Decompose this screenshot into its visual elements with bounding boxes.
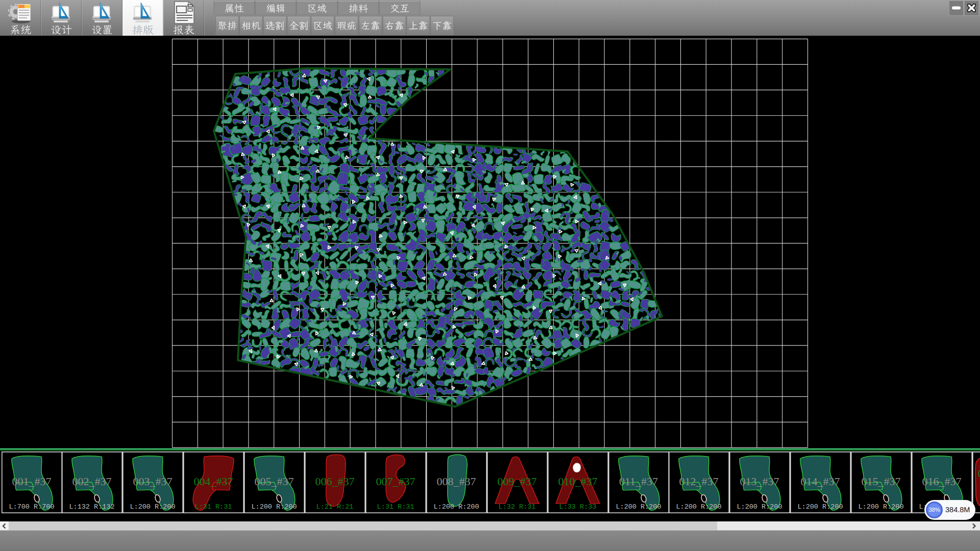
svg-text:006_#37: 006_#37 xyxy=(315,475,355,488)
svg-text:005_#37: 005_#37 xyxy=(255,475,294,488)
svg-text:L:200 R:200: L:200 R:200 xyxy=(130,503,176,511)
svg-text:003_#37: 003_#37 xyxy=(133,475,173,488)
svg-text:L:700 R:700: L:700 R:700 xyxy=(9,503,54,511)
svg-text:014_#37: 014_#37 xyxy=(801,475,840,488)
svg-text:001_#37: 001_#37 xyxy=(12,475,51,488)
svg-text:015_#37: 015_#37 xyxy=(862,475,901,488)
svg-text:004_#37: 004_#37 xyxy=(194,475,233,488)
svg-text:007_#37: 007_#37 xyxy=(376,475,415,488)
svg-text:0: 0 xyxy=(977,467,980,480)
svg-text:008_#37: 008_#37 xyxy=(436,475,476,488)
svg-text:002_#37: 002_#37 xyxy=(72,475,112,488)
svg-text:L:200 R:200: L:200 R:200 xyxy=(252,503,297,511)
svg-text:L:21 R:21: L:21 R:21 xyxy=(316,503,354,511)
svg-text:016_#37: 016_#37 xyxy=(922,475,962,488)
svg-text:L:200 R:200: L:200 R:200 xyxy=(676,503,722,511)
svg-text:013_#37: 013_#37 xyxy=(740,475,779,488)
svg-text:009_#37: 009_#37 xyxy=(497,475,536,488)
svg-text:L:32 R:31: L:32 R:31 xyxy=(498,503,535,511)
svg-text:L:200 R:200: L:200 R:200 xyxy=(433,503,479,511)
svg-text:L:31 R:31: L:31 R:31 xyxy=(377,503,414,511)
svg-text:L:33 R:33: L:33 R:33 xyxy=(559,503,596,511)
svg-text:L:132 R:132: L:132 R:132 xyxy=(69,503,115,511)
svg-text:L:200 R:200: L:200 R:200 xyxy=(798,503,843,511)
svg-text:L:31 R:31: L:31 R:31 xyxy=(195,503,232,511)
svg-text:010_#37: 010_#37 xyxy=(558,475,597,488)
svg-text:L:200 R:200: L:200 R:200 xyxy=(859,503,904,511)
svg-text:012_#37: 012_#37 xyxy=(679,475,719,488)
svg-text:L:200 R:200: L:200 R:200 xyxy=(737,503,782,511)
svg-text:L:200 R:200: L:200 R:200 xyxy=(616,503,661,511)
svg-text:011_#37: 011_#37 xyxy=(619,475,657,488)
